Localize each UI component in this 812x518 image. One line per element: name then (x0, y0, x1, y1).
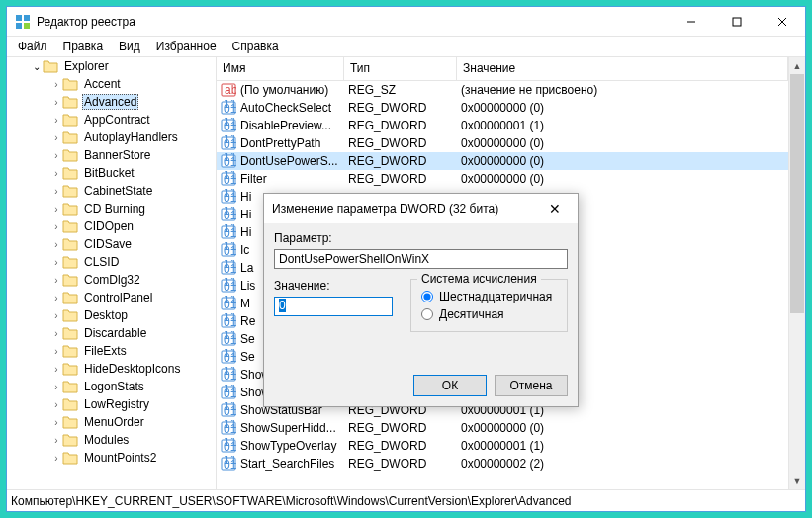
menu-favorites[interactable]: Избранное (149, 38, 224, 55)
svg-text:011: 011 (224, 262, 236, 276)
tree-item[interactable]: ›CIDOpen (7, 217, 216, 235)
tree-item[interactable]: ›FileExts (7, 342, 216, 360)
tree-item[interactable]: ›CIDSave (7, 235, 216, 253)
tree-item[interactable]: ›ComDlg32 (7, 271, 216, 289)
tree-item[interactable]: ›BannerStore (7, 146, 216, 164)
menu-help[interactable]: Справка (226, 38, 286, 55)
dialog-title: Изменение параметра DWORD (32 бита) (272, 202, 540, 216)
svg-text:011: 011 (224, 155, 236, 169)
list-row[interactable]: 110011ShowSuperHidd...REG_DWORD0x0000000… (217, 419, 788, 437)
col-type[interactable]: Тип (344, 57, 457, 80)
param-input[interactable] (274, 249, 568, 269)
svg-text:011: 011 (224, 333, 236, 347)
window-title: Редактор реестра (37, 15, 669, 29)
ok-button[interactable]: ОК (413, 375, 487, 396)
radix-dec-option[interactable]: Десятичная (421, 307, 557, 321)
svg-text:011: 011 (224, 369, 236, 383)
minimize-button[interactable] (669, 7, 714, 37)
col-name[interactable]: Имя (217, 57, 344, 80)
svg-text:011: 011 (224, 298, 236, 311)
close-button[interactable] (760, 7, 805, 37)
svg-text:011: 011 (224, 209, 236, 222)
svg-text:011: 011 (224, 120, 236, 133)
svg-text:011: 011 (224, 191, 236, 205)
list-row[interactable]: 110011AutoCheckSelectREG_DWORD0x00000000… (217, 99, 788, 117)
list-scrollbar[interactable]: ▲ ▼ (788, 57, 805, 489)
tree-item[interactable]: ›ControlPanel (7, 289, 216, 306)
tree-item[interactable]: ›CabinetState (7, 182, 216, 200)
radix-dec-radio[interactable] (421, 308, 433, 320)
tree-item[interactable]: ›Modules (7, 431, 216, 449)
maximize-button[interactable] (714, 7, 760, 37)
col-value[interactable]: Значение (457, 57, 788, 80)
value-input[interactable] (274, 297, 393, 316)
titlebar: Редактор реестра (7, 7, 805, 37)
list-row[interactable]: 110011ShowTypeOverlayREG_DWORD0x00000001… (217, 437, 788, 455)
param-label: Параметр: (274, 231, 568, 245)
svg-text:011: 011 (224, 173, 236, 187)
svg-rect-5 (733, 18, 741, 26)
svg-rect-3 (24, 23, 30, 29)
cancel-button[interactable]: Отмена (495, 375, 568, 396)
svg-text:011: 011 (224, 315, 236, 329)
svg-text:011: 011 (224, 387, 236, 400)
svg-rect-1 (24, 15, 30, 21)
svg-text:ab: ab (225, 83, 236, 97)
list-row[interactable]: 110011FilterREG_DWORD0x00000000 (0) (217, 170, 788, 188)
svg-text:011: 011 (224, 137, 236, 151)
tree-item[interactable]: ›Accent (7, 75, 216, 93)
svg-rect-2 (16, 23, 22, 29)
list-row[interactable]: 110011DontPrettyPathREG_DWORD0x00000000 … (217, 134, 788, 152)
svg-text:011: 011 (224, 280, 236, 294)
menu-view[interactable]: Вид (112, 38, 147, 55)
tree-item[interactable]: ›MenuOrder (7, 413, 216, 431)
edit-dword-dialog: Изменение параметра DWORD (32 бита) ✕ Па… (263, 193, 579, 407)
tree-item[interactable]: ›Desktop (7, 306, 216, 324)
value-label: Значение: (274, 279, 393, 293)
app-icon (15, 14, 31, 30)
scroll-down-icon[interactable]: ▼ (789, 473, 805, 489)
list-header: Имя Тип Значение (217, 57, 788, 81)
tree-item[interactable]: ›HideDesktopIcons (7, 360, 216, 378)
svg-text:011: 011 (224, 102, 236, 116)
tree-item[interactable]: ›AutoplayHandlers (7, 129, 216, 146)
list-row[interactable]: 110011DisablePreview...REG_DWORD0x000000… (217, 117, 788, 134)
tree-item[interactable]: ›LogonStats (7, 378, 216, 395)
tree-item[interactable]: ›CLSID (7, 253, 216, 271)
tree-item[interactable]: ›Advanced (7, 93, 216, 111)
svg-text:011: 011 (224, 404, 236, 418)
radix-group-label: Система исчисления (417, 272, 541, 286)
menu-edit[interactable]: Правка (56, 38, 111, 55)
list-row[interactable]: 110011DontUsePowerS...REG_DWORD0x0000000… (217, 152, 788, 170)
list-row[interactable]: ab(По умолчанию)REG_SZ(значение не присв… (217, 81, 788, 99)
radix-group: Система исчисления Шестнадцатеричная Дес… (410, 279, 568, 332)
status-path: Компьютер\HKEY_CURRENT_USER\SOFTWARE\Mic… (11, 494, 571, 508)
tree-item[interactable]: ⌄Explorer (7, 57, 216, 75)
tree-item[interactable]: ›CD Burning (7, 200, 216, 217)
tree-item[interactable]: ›LowRegistry (7, 395, 216, 413)
radix-hex-option[interactable]: Шестнадцатеричная (421, 290, 557, 303)
statusbar: Компьютер\HKEY_CURRENT_USER\SOFTWARE\Mic… (7, 489, 805, 511)
tree-item[interactable]: ›Discardable (7, 324, 216, 342)
tree-item[interactable]: ›BitBucket (7, 164, 216, 182)
menubar: Файл Правка Вид Избранное Справка (7, 37, 805, 56)
menu-file[interactable]: Файл (11, 38, 54, 55)
svg-text:011: 011 (224, 244, 236, 258)
dialog-close-button[interactable]: ✕ (540, 194, 570, 223)
tree-panel: ⌄Explorer›Accent›Advanced›AppContract›Au… (7, 57, 217, 489)
svg-text:011: 011 (224, 422, 236, 436)
scroll-up-icon[interactable]: ▲ (789, 57, 805, 74)
radix-hex-radio[interactable] (421, 291, 433, 302)
svg-text:011: 011 (224, 226, 236, 240)
svg-text:011: 011 (224, 351, 236, 365)
tree-item[interactable]: ›AppContract (7, 111, 216, 129)
list-row[interactable]: 110011Start_SearchFilesREG_DWORD0x000000… (217, 455, 788, 473)
dialog-titlebar: Изменение параметра DWORD (32 бита) ✕ (264, 194, 578, 223)
svg-text:011: 011 (224, 440, 236, 454)
tree-item[interactable]: ›MountPoints2 (7, 449, 216, 467)
svg-text:011: 011 (224, 458, 236, 472)
svg-rect-0 (16, 15, 22, 21)
